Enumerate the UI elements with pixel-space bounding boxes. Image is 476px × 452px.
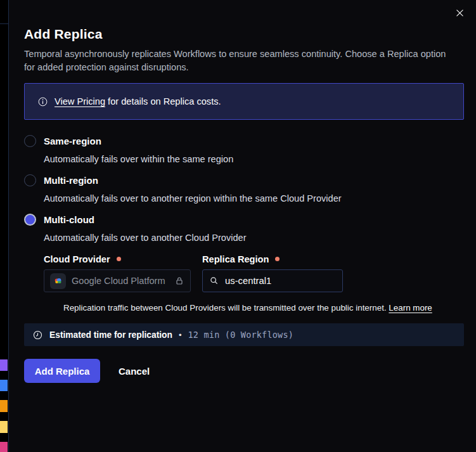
modal-description: Temporal asynchronously replicates Workf… [24, 48, 459, 74]
same-region-radio[interactable] [24, 135, 36, 147]
background-chip [0, 400, 8, 412]
modal-actions: Add Replica Cancel [24, 359, 464, 383]
x-icon [454, 8, 465, 18]
multi-cloud-radio[interactable] [24, 214, 36, 226]
search-icon [209, 276, 219, 286]
option-description: Automatically fails over to another regi… [44, 192, 464, 205]
replica-options-group: Same-region Automatically fails over wit… [24, 134, 464, 313]
estimate-separator: • [179, 330, 182, 340]
add-replica-modal: Add Replica Temporal asynchronously repl… [8, 0, 476, 452]
option-label: Multi-region [44, 175, 98, 186]
background-chip [0, 442, 8, 452]
option-label: Same-region [44, 136, 101, 146]
cloud-provider-value: Google Cloud Platform [72, 276, 169, 286]
replica-region-label: Replica Region [202, 252, 343, 266]
required-dot [275, 257, 280, 261]
page-title: Add Replica [24, 26, 464, 42]
background-chip [0, 421, 8, 433]
add-replica-button[interactable]: Add Replica [24, 359, 100, 383]
cancel-button[interactable]: Cancel [119, 366, 150, 377]
replica-region-input[interactable] [225, 276, 336, 286]
background-page-divider [0, 23, 8, 24]
gcp-logo-icon [50, 273, 66, 289]
traffic-note: Replication traffic between Cloud Provid… [63, 303, 464, 313]
multi-cloud-form: Cloud Provider Replica Region [44, 252, 464, 313]
option-same-region: Same-region Automatically fails over wit… [24, 134, 464, 166]
background-chip [0, 380, 8, 391]
pricing-info-banner: View Pricing for details on Replica cost… [24, 83, 464, 120]
replica-region-field [202, 269, 343, 292]
option-description: Automatically fails over within the same… [44, 153, 464, 166]
pricing-banner-text: View Pricing for details on Replica cost… [55, 96, 221, 107]
option-multi-region: Multi-region Automatically fails over to… [24, 174, 464, 205]
option-label: Multi-cloud [44, 214, 94, 225]
lock-icon [174, 276, 184, 286]
multi-region-radio[interactable] [24, 174, 36, 186]
cloud-provider-select[interactable]: Google Cloud Platform [44, 269, 191, 292]
cloud-provider-label: Cloud Provider [44, 252, 191, 266]
close-button[interactable] [453, 6, 466, 20]
option-description: Automatically fails over to another Clou… [44, 231, 464, 245]
background-chip [0, 359, 8, 371]
required-dot [117, 257, 121, 261]
info-icon [37, 96, 48, 107]
learn-more-link[interactable]: Learn more [389, 303, 432, 313]
estimate-label: Estimated time for replication [49, 330, 172, 340]
estimate-banner: Estimated time for replication • 12 min … [24, 323, 464, 346]
estimate-value: 12 min (0 Workflows) [188, 330, 294, 340]
clock-icon [32, 330, 43, 340]
view-pricing-link[interactable]: View Pricing [55, 96, 105, 107]
option-multi-cloud: Multi-cloud Automatically fails over to … [24, 213, 464, 313]
